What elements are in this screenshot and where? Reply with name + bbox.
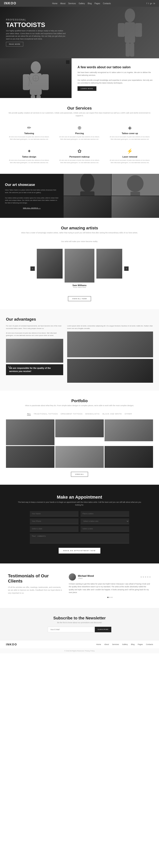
- artists-subtitle: Inkoo has a roster of amazingly creative…: [6, 231, 153, 234]
- newsletter-email-input[interactable]: [48, 627, 95, 632]
- testimonials-subtitle: Of all the activities we offer, meetings…: [8, 586, 63, 594]
- testimonial-dots: [69, 597, 151, 598]
- artists-subtitle2: Our artist will make your vision become …: [6, 240, 153, 243]
- advantages-left: For over 10 years of constant improvemen…: [6, 325, 63, 383]
- tab-black-white[interactable]: BLACK AND WHITE: [103, 413, 122, 415]
- art-text2: Our tattoo artists provides creative spa…: [5, 197, 59, 204]
- tattooing-desc: At vero eos et accusam et justo duo dolo…: [8, 136, 50, 141]
- dot-3[interactable]: [111, 597, 112, 598]
- appointment-date-input[interactable]: [30, 526, 79, 531]
- about-text2: Our stylists provide enough knowledge an…: [78, 79, 153, 85]
- tab-other[interactable]: OTHER: [125, 413, 132, 415]
- facebook-icon[interactable]: f: [147, 2, 147, 5]
- appointment-title: Make an Appointment: [16, 495, 143, 500]
- about-content: A few words about our tattoo salon We ha…: [72, 58, 159, 98]
- appointment-phone-input[interactable]: [30, 519, 79, 524]
- portfolio-tabs: ALL TRADITIONAL TATTOOS ORNAMENT TATTOOS…: [6, 413, 153, 415]
- nav-services[interactable]: Services: [68, 2, 76, 5]
- footer-link-services[interactable]: Services: [112, 643, 119, 645]
- slider-prev-button[interactable]: ‹: [30, 267, 35, 271]
- appointment-submit-button[interactable]: MAKE AN APPOINTMENT NOW: [59, 548, 101, 554]
- hero-read-more-button[interactable]: READ MORE: [6, 42, 23, 46]
- testimonials-title: Testimonials of Our Clients: [8, 574, 63, 584]
- portfolio-item-2[interactable]: [55, 420, 104, 437]
- makeup-name: Permanent makeup: [58, 156, 101, 158]
- portfolio-section: Portfolio Inkoo is passionate about what…: [0, 391, 159, 485]
- services-subtitle: We provide quality creative art services…: [6, 112, 153, 117]
- advantages-image-1: [6, 339, 63, 363]
- twitter-icon[interactable]: t: [148, 2, 149, 5]
- nav-blog[interactable]: Blog: [88, 2, 91, 5]
- piercing-icon: ⊕: [58, 125, 101, 130]
- dot-2[interactable]: [109, 597, 110, 598]
- piercing-name: Piercing: [58, 132, 101, 134]
- newsletter-subscribe-button[interactable]: SUBSCRIBE: [95, 627, 111, 632]
- footer-copyright: © 2018 All Rights Reserved. Privacy Poli…: [0, 648, 159, 653]
- nav-pages[interactable]: Pages: [95, 2, 100, 5]
- header-nav: Home About Services Gallery Blog Pages C…: [52, 2, 111, 5]
- advantages-quote-text: We are responsible for the quality of th…: [9, 367, 51, 372]
- tab-traditional[interactable]: TRADITIONAL TATTOOS: [33, 413, 58, 415]
- portfolio-subtitle: Inkoo is passionate about what they do. …: [6, 404, 153, 407]
- art-title: Our art showcase: [5, 183, 59, 187]
- portfolio-item-4[interactable]: [6, 446, 54, 468]
- portfolio-item-1[interactable]: [6, 420, 54, 445]
- portfolio-item-5[interactable]: [55, 446, 104, 468]
- artists-title: Our amazing artists: [6, 226, 153, 230]
- artists-grid: Sam Williams Guest Tattoo Artist: [37, 249, 122, 288]
- svg-point-0: [125, 8, 135, 22]
- tab-all[interactable]: ALL: [27, 413, 31, 415]
- appointment-place-input[interactable]: [80, 511, 129, 517]
- svg-point-6: [31, 61, 41, 73]
- artist-card-featured[interactable]: Sam Williams Guest Tattoo Artist: [64, 249, 95, 288]
- nav-gallery[interactable]: Gallery: [79, 2, 85, 5]
- about-learn-more-button[interactable]: LEARN MORE: [78, 86, 97, 91]
- appointment-size-select[interactable]: Select a tattoo size: [80, 519, 129, 524]
- artist-card-1: [37, 249, 62, 288]
- nav-home[interactable]: Home: [52, 2, 57, 5]
- footer-link-gallery[interactable]: Gallery: [122, 643, 128, 645]
- google-icon[interactable]: g+: [150, 2, 152, 5]
- nav-contacts[interactable]: Contacts: [103, 2, 111, 5]
- portfolio-view-all-button[interactable]: VIEW ALL: [71, 472, 88, 477]
- appointment-form: Select a tattoo size: [30, 511, 129, 544]
- about-text1: We have been nationally recognized as #1…: [78, 71, 153, 77]
- service-laser: ⚡ Laser removal At vero eos et accusam e…: [107, 147, 153, 166]
- makeup-desc: At vero eos et accusam et justo duo dolo…: [58, 159, 101, 164]
- laser-icon: ⚡: [109, 148, 151, 154]
- svg-rect-3: [135, 23, 142, 37]
- svg-rect-8: [23, 74, 30, 90]
- portfolio-item-6[interactable]: [105, 446, 153, 468]
- svg-rect-1: [125, 22, 135, 43]
- dot-1[interactable]: [107, 597, 108, 598]
- footer-link-pages[interactable]: Pages: [138, 643, 143, 645]
- portfolio-item-3[interactable]: [105, 420, 153, 441]
- advantages-right: Lorem ipsum dolor sit amet, consectetur …: [67, 325, 153, 383]
- testimonial-reviewer: Michael Wood Client ★★★★★: [69, 574, 151, 581]
- advantages-text3: Lorem ipsum dolor sit amet, consectetur …: [67, 325, 153, 330]
- slider-next-button[interactable]: ›: [124, 267, 129, 271]
- services-grid: ✏ Tattooing At vero eos et accusam et ju…: [6, 123, 153, 166]
- footer-link-contacts[interactable]: Contacts: [146, 643, 153, 645]
- appointment-time-input[interactable]: [80, 526, 129, 531]
- view-all-team-button[interactable]: VIEW ALL TEAM: [68, 296, 91, 301]
- about-person-bg: [0, 58, 72, 98]
- footer-link-blog[interactable]: Blog: [131, 643, 135, 645]
- footer-link-about[interactable]: About: [104, 643, 109, 645]
- nav-about[interactable]: About: [60, 2, 65, 5]
- footer-link-home[interactable]: Home: [96, 643, 101, 645]
- footer-logo: INKOO: [6, 643, 17, 646]
- linkedin-icon[interactable]: in: [154, 2, 155, 5]
- advantages-quote: We are responsible for the quality of th…: [6, 364, 63, 375]
- artists-section: Our amazing artists Inkoo has a roster o…: [0, 218, 159, 309]
- tab-ornament[interactable]: ORNAMENT TATTOOS: [61, 413, 83, 415]
- footer-nav: INKOO Home About Services Gallery Blog P…: [0, 640, 159, 648]
- featured-artist-name: Sam Williams: [64, 284, 95, 286]
- tab-minimalistic[interactable]: MINIMALISTIC: [85, 413, 100, 415]
- appointment-comment-input[interactable]: [30, 533, 129, 544]
- art-image-4: [111, 196, 159, 218]
- art-see-all-button[interactable]: SEE ALL WORKS →: [5, 207, 59, 209]
- appointment-name-input[interactable]: [30, 511, 79, 517]
- header-logo[interactable]: INKOO: [4, 2, 16, 5]
- makeup-icon: ✿: [58, 148, 101, 154]
